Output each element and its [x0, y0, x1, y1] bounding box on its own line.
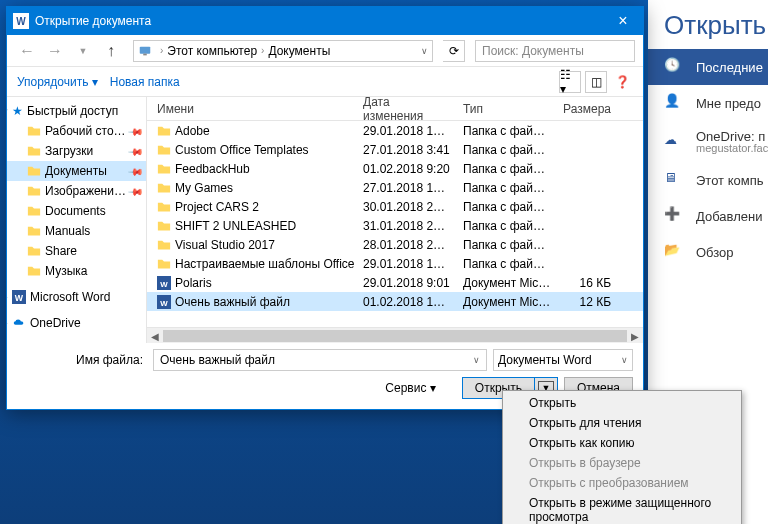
sidebar-item-msword[interactable]: ▸ W Microsoft Word: [7, 287, 146, 307]
file-row[interactable]: Adobe29.01.2018 17:12Папка с файлами: [147, 121, 643, 140]
col-name[interactable]: Имени: [147, 102, 357, 116]
forward-button[interactable]: →: [43, 39, 67, 63]
chevron-down-icon[interactable]: ∨: [421, 46, 428, 56]
breadcrumb-segment[interactable]: Этот компьютер: [167, 44, 257, 58]
dropdown-item[interactable]: Открыть как копию: [505, 433, 739, 453]
breadcrumb-segment[interactable]: Документы: [268, 44, 330, 58]
sidebar-item[interactable]: Загрузки📌: [7, 141, 146, 161]
file-row[interactable]: Настраиваемые шаблоны Office29.01.2018 1…: [147, 254, 643, 273]
panel-item-icon: ➕: [664, 206, 684, 226]
word-doc-icon: W: [157, 295, 171, 309]
dropdown-item: Открыть с преобразованием: [505, 473, 739, 493]
view-options[interactable]: ☷ ▾: [559, 71, 581, 93]
pc-icon: [138, 44, 152, 58]
word-panel-item[interactable]: ☁OneDrive: пmegustator.fac: [648, 121, 768, 162]
folder-icon: [27, 244, 41, 258]
filename-input[interactable]: Очень важный файл ∨: [153, 349, 487, 371]
organize-menu[interactable]: Упорядочить ▾: [17, 75, 98, 89]
file-row[interactable]: Custom Office Templates27.01.2018 3:41Па…: [147, 140, 643, 159]
preview-toggle[interactable]: ◫: [585, 71, 607, 93]
file-row[interactable]: Visual Studio 201728.01.2018 21:46Папка …: [147, 235, 643, 254]
folder-icon: [157, 181, 171, 195]
panel-item-icon: ☁: [664, 132, 684, 152]
horizontal-scrollbar[interactable]: ◀▶: [147, 327, 643, 343]
refresh-button[interactable]: ⟳: [443, 40, 465, 62]
file-row[interactable]: WPolaris29.01.2018 9:01Документ Microso……: [147, 273, 643, 292]
folder-icon: [27, 124, 41, 138]
panel-item-icon: 📂: [664, 242, 684, 262]
sidebar-item[interactable]: Изображени…📌: [7, 181, 146, 201]
tools-menu[interactable]: Сервис ▾: [385, 381, 435, 395]
nav-bar: ← → ▼ ↑ › Этот компьютер › Документы ∨ ⟳…: [7, 35, 643, 67]
word-panel-item[interactable]: 🕓Последние: [648, 49, 768, 85]
panel-item-icon: 👤: [664, 93, 684, 113]
word-panel-item[interactable]: 📂Обзор: [648, 234, 768, 270]
help-icon[interactable]: ❓: [611, 71, 633, 93]
file-row[interactable]: SHIFT 2 UNLEASHED31.01.2018 20:50Папка с…: [147, 216, 643, 235]
folder-icon: [27, 184, 41, 198]
new-folder-button[interactable]: Новая папка: [110, 75, 180, 89]
filetype-select[interactable]: Документы Word ∨: [493, 349, 633, 371]
folder-icon: [27, 204, 41, 218]
word-panel-item[interactable]: ➕Добавлени: [648, 198, 768, 234]
dropdown-item: Открыть в браузере: [505, 453, 739, 473]
pin-icon: 📌: [128, 183, 144, 199]
col-size[interactable]: Размера: [557, 102, 617, 116]
dropdown-item[interactable]: Открыть в режиме защищенного просмотра: [505, 493, 739, 524]
search-placeholder: Поиск: Документы: [482, 44, 584, 58]
svg-text:W: W: [15, 293, 24, 303]
word-app-icon: W: [13, 13, 29, 29]
sidebar-item[interactable]: Manuals: [7, 221, 146, 241]
pin-icon: 📌: [128, 123, 144, 139]
column-headers[interactable]: Имени Дата изменения Тип Размера: [147, 97, 643, 121]
file-row[interactable]: My Games27.01.2018 18:33Папка с файлами: [147, 178, 643, 197]
folder-icon: [157, 143, 171, 157]
word-panel-item[interactable]: 🖥Этот компь: [648, 162, 768, 198]
dialog-titlebar: W Открытие документа ×: [7, 7, 643, 35]
sidebar-item[interactable]: Share: [7, 241, 146, 261]
sidebar-item-onedrive[interactable]: ▸ OneDrive: [7, 313, 146, 333]
word-panel-item[interactable]: 👤Мне предо: [648, 85, 768, 121]
quick-access-header[interactable]: ▾ ★ Быстрый доступ: [7, 101, 146, 121]
file-row[interactable]: FeedbackHub01.02.2018 9:20Папка с файлам…: [147, 159, 643, 178]
toolbar: Упорядочить ▾ Новая папка ☷ ▾ ◫ ❓: [7, 67, 643, 97]
search-input[interactable]: Поиск: Документы: [475, 40, 635, 62]
dropdown-item[interactable]: Открыть для чтения: [505, 413, 739, 433]
close-icon[interactable]: ×: [603, 7, 643, 35]
folder-icon: [27, 264, 41, 278]
file-row[interactable]: Project CARS 230.01.2018 21:32Папка с фа…: [147, 197, 643, 216]
pin-icon: 📌: [128, 143, 144, 159]
col-type[interactable]: Тип: [457, 102, 557, 116]
sidebar: ▾ ★ Быстрый доступ Рабочий сто…📌Загрузки…: [7, 97, 147, 343]
back-button[interactable]: ←: [15, 39, 39, 63]
sidebar-item[interactable]: Документы📌: [7, 161, 146, 181]
filename-label: Имя файла:: [17, 353, 147, 367]
folder-icon: [27, 164, 41, 178]
word-panel-title: Открыть: [648, 10, 768, 49]
file-list: Имени Дата изменения Тип Размера Adobe29…: [147, 97, 643, 343]
svg-rect-1: [143, 53, 147, 55]
panel-item-icon: 🕓: [664, 57, 684, 77]
svg-text:W: W: [160, 279, 168, 288]
open-file-dialog: W Открытие документа × ← → ▼ ↑ › Этот ко…: [6, 6, 644, 410]
folder-icon: [157, 162, 171, 176]
breadcrumb[interactable]: › Этот компьютер › Документы ∨: [133, 40, 433, 62]
open-dropdown-menu: ОткрытьОткрыть для чтенияОткрыть как коп…: [502, 390, 742, 524]
file-row[interactable]: WОчень важный файл01.02.2018 16:04Докуме…: [147, 292, 643, 311]
up-button[interactable]: ↑: [99, 39, 123, 63]
folder-icon: [157, 124, 171, 138]
folder-icon: [157, 238, 171, 252]
sidebar-item[interactable]: Музыка: [7, 261, 146, 281]
dropdown-item[interactable]: Открыть: [505, 393, 739, 413]
onedrive-icon: [12, 316, 26, 330]
col-date[interactable]: Дата изменения: [357, 97, 457, 123]
sidebar-item[interactable]: Documents: [7, 201, 146, 221]
word-doc-icon: W: [157, 276, 171, 290]
folder-icon: [27, 224, 41, 238]
pin-icon: 📌: [128, 163, 144, 179]
sidebar-item[interactable]: Рабочий сто…📌: [7, 121, 146, 141]
dialog-title: Открытие документа: [35, 14, 151, 28]
recent-dropdown[interactable]: ▼: [71, 39, 95, 63]
folder-icon: [157, 257, 171, 271]
folder-icon: [27, 144, 41, 158]
